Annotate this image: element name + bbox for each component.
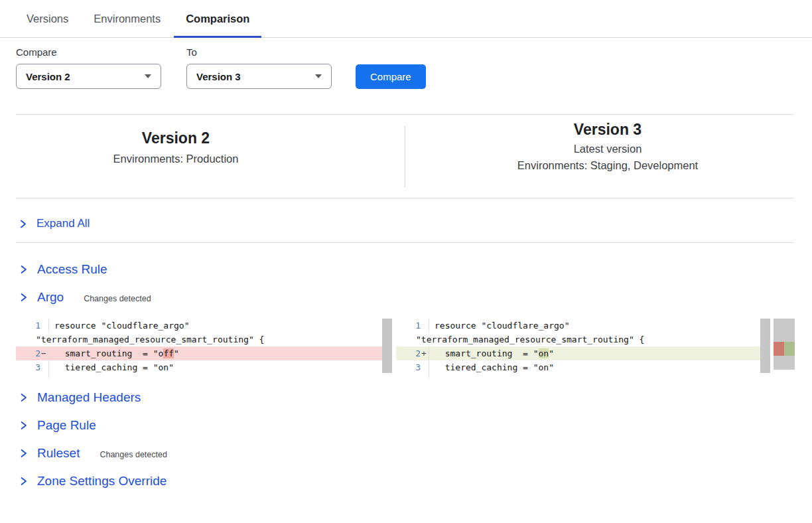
compare-field: Compare Version 2 — [16, 46, 161, 89]
line-number-gutter — [396, 374, 429, 378]
line-number-gutter: 3 — [396, 360, 429, 374]
chevron-right-icon — [19, 292, 28, 303]
to-field: To Version 3 — [186, 46, 332, 89]
compare-from-select[interactable]: Version 2 — [16, 64, 161, 89]
version-headers: Version 2 Environments: Production Versi… — [0, 115, 812, 198]
minimap-change-marker — [774, 342, 795, 356]
diff-line: "terraform_managed_resource_smart_routin… — [396, 333, 770, 346]
chevron-right-icon — [19, 448, 28, 459]
version-right-header: Version 3 Latest version Environments: S… — [389, 115, 779, 198]
vertical-divider — [405, 126, 405, 187]
diff-line: 2− smart_routing = "off" — [16, 346, 392, 360]
changes-detected-badge: Changes detected — [84, 292, 151, 303]
section-page-rule[interactable]: Page Rule — [19, 417, 812, 433]
caret-down-icon — [145, 74, 151, 78]
tab-versions[interactable]: Versions — [15, 0, 80, 37]
chevron-right-icon — [19, 420, 28, 431]
minimap-insertion-marker — [784, 342, 795, 356]
diff-view: 1resource "cloudflare_argo""terraform_ma… — [16, 319, 812, 378]
section-zone-settings-override[interactable]: Zone Settings Override — [19, 473, 812, 489]
line-number-gutter — [16, 374, 49, 378]
line-number-gutter: 2+ — [396, 346, 429, 360]
section-label: Ruleset — [37, 446, 80, 461]
sections-list: Access Rule Argo Changes detected 1resou… — [0, 262, 812, 489]
tab-environments[interactable]: Environments — [82, 0, 172, 37]
chevron-right-icon — [19, 264, 28, 275]
expand-all-label: Expand All — [36, 217, 90, 230]
diff-line: 3 tiered_caching = "on" — [396, 360, 770, 374]
version-right-latest: Latest version — [437, 143, 779, 155]
diff-panel-right: 1resource "cloudflare_argo""terraform_ma… — [396, 319, 770, 378]
diff-minimap — [774, 319, 795, 370]
tab-comparison[interactable]: Comparison — [174, 0, 261, 37]
line-number-gutter: 1 — [396, 319, 429, 333]
section-argo[interactable]: Argo Changes detected — [19, 289, 812, 305]
diff-line: } — [16, 374, 392, 378]
line-number-gutter: 3 — [16, 360, 49, 374]
compare-to-select[interactable]: Version 3 — [186, 64, 332, 89]
version-left-title: Version 2 — [0, 129, 352, 147]
section-label: Argo — [37, 290, 64, 305]
version-left-environments: Environments: Production — [0, 153, 352, 165]
diff-line: 1resource "cloudflare_argo" — [396, 319, 770, 333]
version-left-header: Version 2 Environments: Production — [0, 115, 389, 198]
tab-bar: Versions Environments Comparison — [0, 0, 812, 38]
section-label: Access Rule — [37, 262, 107, 277]
version-right-environments: Environments: Staging, Development — [437, 159, 779, 172]
compare-label: Compare — [16, 46, 161, 58]
section-label: Zone Settings Override — [37, 474, 167, 488]
minimap-block — [774, 356, 795, 370]
scrollbar-right[interactable] — [760, 319, 770, 373]
divider — [16, 242, 794, 243]
diff-line: 3 tiered_caching = "on" — [16, 360, 392, 374]
minimap-deletion-marker — [774, 342, 784, 356]
changes-detected-badge: Changes detected — [100, 448, 167, 459]
to-label: To — [186, 46, 332, 58]
diff-line: 1resource "cloudflare_argo" — [16, 319, 392, 333]
diff-line: } — [396, 374, 770, 378]
diff-line: 2+ smart_routing = "on" — [396, 346, 770, 360]
expand-all-block: Expand All — [0, 198, 812, 232]
caret-down-icon — [315, 74, 322, 78]
diff-code-left: 1resource "cloudflare_argo""terraform_ma… — [16, 319, 392, 378]
compare-from-value: Version 2 — [26, 71, 70, 82]
chevron-right-icon — [19, 476, 28, 486]
section-label: Managed Headers — [37, 390, 141, 405]
chevron-right-icon — [19, 392, 28, 403]
compare-controls: Compare Version 2 To Version 3 Compare — [16, 46, 812, 89]
section-label: Page Rule — [37, 418, 96, 433]
compare-to-value: Version 3 — [196, 71, 241, 82]
version-right-title: Version 3 — [437, 121, 779, 139]
minimap-block — [774, 319, 795, 342]
diff-code-right: 1resource "cloudflare_argo""terraform_ma… — [396, 319, 770, 378]
diff-panel-left: 1resource "cloudflare_argo""terraform_ma… — [16, 319, 392, 378]
section-managed-headers[interactable]: Managed Headers — [19, 390, 812, 406]
expand-all-button[interactable]: Expand All — [19, 216, 90, 232]
compare-button[interactable]: Compare — [356, 64, 426, 89]
scrollbar-left[interactable] — [382, 319, 392, 373]
section-ruleset[interactable]: Ruleset Changes detected — [19, 445, 812, 461]
line-number-gutter: 1 — [16, 319, 49, 333]
diff-line: "terraform_managed_resource_smart_routin… — [16, 333, 392, 346]
chevron-right-icon — [19, 219, 27, 229]
section-access-rule[interactable]: Access Rule — [19, 262, 812, 277]
line-number-gutter: 2− — [16, 346, 49, 360]
